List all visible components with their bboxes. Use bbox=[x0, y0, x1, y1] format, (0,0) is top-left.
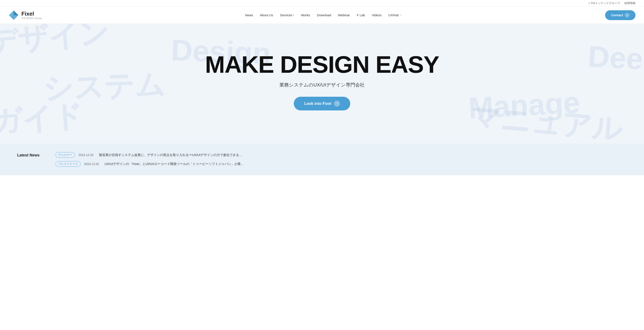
header: Fixel TIS INTEC Group News About Us Serv… bbox=[0, 7, 644, 24]
bg-text-5: マニュアル bbox=[468, 96, 624, 144]
nav-about[interactable]: About Us bbox=[257, 12, 276, 19]
nav-download[interactable]: Download bbox=[314, 12, 334, 19]
nav-videos[interactable]: Videos bbox=[369, 12, 385, 19]
bg-text-4: ガイド bbox=[0, 96, 84, 142]
news-text-1[interactable]: UX/UIデザインの「Fixel」とUI/UXローコード開発ツールの「トゥービー… bbox=[104, 162, 244, 166]
nav-uxhub[interactable]: UXHub ↗ bbox=[386, 12, 405, 19]
news-text-0[interactable]: 製造業が目指すシステム改善に、デザインの視点を取り入れる〜UX/UIデザインの力… bbox=[99, 153, 242, 158]
top-bar: TISインテックグループ 採用情報 bbox=[0, 0, 644, 7]
nav-services[interactable]: Services ▾ bbox=[277, 12, 298, 19]
news-item-0: ウェビナー 2024.12.03 製造業が目指すシステム改善に、デザインの視点を… bbox=[56, 152, 627, 158]
news-items-list: ウェビナー 2024.12.03 製造業が目指すシステム改善に、デザインの視点を… bbox=[56, 152, 627, 167]
recruit-link[interactable]: 採用情報 bbox=[624, 1, 636, 5]
bg-text-2: Deep bbox=[587, 39, 644, 78]
hero-main-title: MAKE DESIGN EASY bbox=[205, 53, 439, 77]
nav-flab[interactable]: F Lab bbox=[354, 12, 368, 19]
news-section-label: Latest News bbox=[17, 152, 43, 158]
news-section: Latest News ウェビナー 2024.12.03 製造業が目指すシステム… bbox=[0, 144, 644, 175]
news-item-1: プレスリリース 2024.12.02 UX/UIデザインの「Fixel」とUI/… bbox=[56, 161, 627, 167]
logo-link[interactable]: Fixel TIS INTEC Group bbox=[8, 10, 42, 20]
svg-marker-1 bbox=[14, 11, 18, 15]
bg-text-7: Manage bbox=[468, 85, 581, 125]
hero-subtitle: 業務システムのUX/UIデザイン専門会社 bbox=[205, 82, 439, 88]
external-link-icon: ↗ bbox=[400, 14, 402, 17]
hero-section: デザイン Deep システム ガイド マニュアル Design Manage M… bbox=[0, 24, 644, 144]
services-chevron-icon: ▾ bbox=[293, 14, 294, 16]
contact-button[interactable]: Contact → bbox=[605, 10, 636, 20]
svg-marker-2 bbox=[9, 11, 14, 15]
logo-icon bbox=[8, 10, 19, 20]
hero-cta-button[interactable]: Look into Fixel → bbox=[294, 97, 350, 110]
contact-arrow-icon: → bbox=[625, 13, 630, 18]
nav-news[interactable]: News bbox=[242, 12, 256, 19]
news-badge-1[interactable]: プレスリリース bbox=[56, 161, 80, 167]
nav-webinar[interactable]: Webinar bbox=[335, 12, 353, 19]
bg-text-3: システム bbox=[42, 64, 166, 109]
hero-content: MAKE DESIGN EASY 業務システムのUX/UIデザイン専門会社 Lo… bbox=[205, 53, 439, 110]
nav-works[interactable]: Works bbox=[298, 12, 313, 19]
main-nav: News About Us Services ▾ Works Download … bbox=[242, 12, 405, 19]
news-badge-0[interactable]: ウェビナー bbox=[56, 152, 75, 158]
bg-text-1: デザイン bbox=[0, 24, 111, 63]
news-date-0: 2024.12.03 bbox=[78, 153, 96, 157]
news-date-1: 2024.12.02 bbox=[84, 162, 101, 166]
logo-text: Fixel TIS INTEC Group bbox=[22, 11, 42, 20]
logo-name: Fixel bbox=[22, 11, 42, 17]
tis-link[interactable]: TISインテックグループ bbox=[588, 1, 620, 5]
cta-arrow-icon: → bbox=[334, 101, 340, 107]
logo-sub: TIS INTEC Group bbox=[22, 17, 42, 20]
